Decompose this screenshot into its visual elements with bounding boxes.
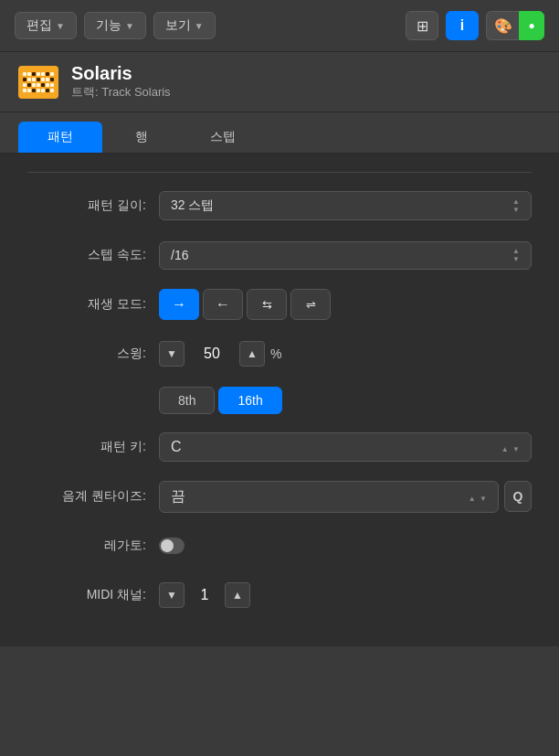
- step-speed-down-arrow: ▼: [512, 256, 520, 263]
- swing-down-button[interactable]: ▼: [159, 341, 185, 367]
- pattern-length-label: 패턴 길이:: [27, 197, 146, 214]
- swing-row: 스윙: ▼ 50 ▲ %: [27, 337, 532, 370]
- pattern-length-value: 32 스텝: [171, 197, 214, 214]
- key-up-arrow: ▲: [501, 445, 509, 453]
- legato-row: 레가토:: [27, 529, 532, 562]
- view-chevron-icon: ▼: [195, 21, 204, 31]
- pattern-length-row: 패턴 길이: 32 스텝 ▲ ▼: [27, 189, 532, 222]
- midi-channel-label: MIDI 채널:: [27, 587, 146, 603]
- step-speed-up-arrow: ▲: [512, 248, 520, 255]
- key-select-arrows: ▲ ▼: [501, 439, 520, 455]
- midi-up-icon: ▲: [232, 589, 243, 602]
- instrument-header: Solaris 트랙: Track Solaris: [0, 52, 559, 112]
- midi-channel-control: ▼ 1 ▲: [159, 582, 532, 608]
- instrument-icon: [18, 66, 58, 99]
- power-icon: ●: [528, 19, 534, 32]
- tab-step[interactable]: 스텝: [181, 122, 265, 153]
- midi-down-icon: ▼: [166, 589, 177, 602]
- pattern-length-down-arrow: ▼: [512, 207, 520, 214]
- note-buttons-row: 8th 16th: [159, 387, 532, 414]
- toolbar: 편집 ▼ 기능 ▼ 보기 ▼ ⊞ i 🎨 ●: [0, 0, 559, 52]
- midi-stepper: ▼ 1 ▲: [159, 582, 532, 608]
- step-speed-row: 스텝 속도: /16 ▲ ▼: [27, 239, 532, 272]
- func-menu-button[interactable]: 기능 ▼: [84, 12, 146, 39]
- pattern-length-arrows: ▲ ▼: [512, 198, 520, 214]
- info-icon: i: [460, 17, 464, 34]
- swing-percent: %: [270, 346, 281, 361]
- midi-channel-value: 1: [190, 587, 219, 603]
- swing-control: ▼ 50 ▲ %: [159, 341, 532, 367]
- tab-row[interactable]: 행: [106, 122, 177, 153]
- playback-mode-row: 재생 모드: → ← ⇆ ⇌: [27, 288, 532, 321]
- tab-bar: 패턴 행 스텝: [0, 112, 559, 154]
- quantize-down-arrow: ▼: [480, 495, 487, 503]
- scale-quantize-row: 음계 퀀타이즈: 끔 ▲ ▼ Q: [27, 480, 532, 513]
- palette-icon-button[interactable]: 🎨: [486, 11, 519, 40]
- info-icon-button[interactable]: i: [446, 11, 479, 40]
- instrument-name: Solaris 트랙: Track Solaris: [71, 63, 171, 101]
- instrument-title: Solaris: [71, 63, 171, 84]
- swing-up-button[interactable]: ▲: [239, 341, 265, 367]
- note-8th-button[interactable]: 8th: [159, 387, 215, 414]
- swing-value: 50: [190, 346, 234, 362]
- edit-label: 편집: [26, 17, 52, 34]
- legato-toggle[interactable]: [159, 538, 185, 554]
- playback-backward-button[interactable]: ←: [203, 289, 243, 320]
- playback-random-button[interactable]: ⇌: [290, 289, 331, 320]
- palette-icon: 🎨: [494, 17, 512, 35]
- edit-chevron-icon: ▼: [56, 21, 65, 31]
- func-chevron-icon: ▼: [125, 21, 134, 31]
- quantize-arrows: ▲ ▼: [469, 488, 487, 505]
- playback-bounce-button[interactable]: ⇆: [247, 289, 287, 320]
- swing-up-icon: ▲: [247, 347, 258, 360]
- pattern-key-row: 패턴 키: C ▲ ▼: [27, 431, 532, 463]
- grid-icon: ⊞: [417, 17, 428, 35]
- swing-label: 스윙:: [27, 346, 146, 362]
- pattern-length-up-arrow: ▲: [512, 198, 520, 206]
- step-speed-value: /16: [171, 248, 188, 262]
- swing-down-icon: ▼: [166, 347, 177, 360]
- midi-channel-row: MIDI 채널: ▼ 1 ▲: [27, 579, 532, 612]
- note-16th-button[interactable]: 16th: [218, 387, 281, 414]
- func-label: 기능: [96, 17, 121, 34]
- step-speed-arrows: ▲ ▼: [512, 248, 520, 263]
- playback-mode-control: → ← ⇆ ⇌: [159, 289, 532, 320]
- power-icon-button[interactable]: ●: [519, 11, 544, 40]
- divider-top: [27, 172, 532, 173]
- playback-forward-button[interactable]: →: [159, 289, 199, 320]
- grid-icon-button[interactable]: ⊞: [406, 11, 438, 40]
- key-down-arrow: ▼: [512, 445, 520, 453]
- tab-pattern[interactable]: 패턴: [18, 122, 102, 153]
- quantize-row: 끔 ▲ ▼ Q: [159, 481, 532, 513]
- step-speed-control: /16 ▲ ▼: [159, 241, 532, 270]
- scale-quantize-select[interactable]: 끔 ▲ ▼: [159, 481, 499, 513]
- scale-quantize-value: 끔: [171, 487, 185, 506]
- step-speed-select[interactable]: /16 ▲ ▼: [159, 241, 532, 270]
- scale-quantize-label: 음계 퀀타이즈:: [27, 488, 146, 505]
- pattern-key-label: 패턴 키:: [27, 439, 146, 455]
- view-menu-button[interactable]: 보기 ▼: [153, 12, 216, 39]
- pattern-key-control: C ▲ ▼: [159, 432, 532, 462]
- playback-mode-label: 재생 모드:: [27, 296, 146, 313]
- swing-stepper: ▼ 50 ▲ %: [159, 341, 532, 367]
- legato-control: [159, 538, 532, 554]
- quantize-up-arrow: ▲: [469, 495, 476, 503]
- pattern-key-value: C: [171, 439, 182, 455]
- pattern-key-select[interactable]: C ▲ ▼: [159, 432, 532, 462]
- view-label: 보기: [165, 17, 191, 34]
- q-button[interactable]: Q: [504, 481, 532, 512]
- edit-menu-button[interactable]: 편집 ▼: [15, 12, 77, 39]
- main-content: 패턴 길이: 32 스텝 ▲ ▼ 스텝 속도: /16 ▲ ▼: [0, 154, 559, 646]
- step-speed-label: 스텝 속도:: [27, 247, 146, 263]
- midi-down-button[interactable]: ▼: [159, 582, 185, 608]
- pattern-length-select[interactable]: 32 스텝 ▲ ▼: [159, 191, 532, 220]
- instrument-track: 트랙: Track Solaris: [71, 84, 171, 101]
- playback-buttons: → ← ⇆ ⇌: [159, 289, 532, 320]
- scale-quantize-control: 끔 ▲ ▼ Q: [159, 481, 532, 513]
- midi-up-button[interactable]: ▲: [225, 582, 250, 608]
- pattern-length-control: 32 스텝 ▲ ▼: [159, 191, 532, 220]
- legato-label: 레가토:: [27, 538, 146, 554]
